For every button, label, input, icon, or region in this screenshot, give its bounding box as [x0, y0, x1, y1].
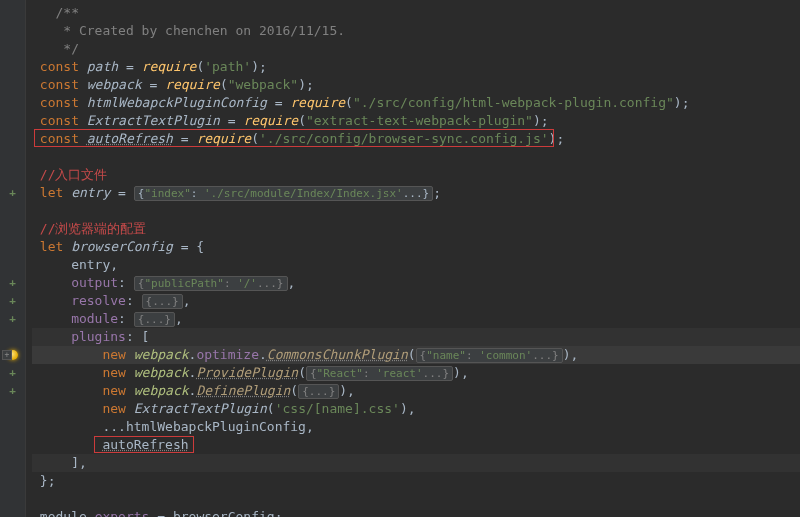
- code-line[interactable]: */: [32, 40, 800, 58]
- code-line[interactable]: const webpack = require("webpack");: [32, 76, 800, 94]
- comment: */: [55, 41, 78, 56]
- identifier: path: [87, 59, 118, 74]
- code-line[interactable]: module: {...},: [32, 310, 800, 328]
- keyword: new: [102, 347, 125, 362]
- code-line[interactable]: let browserConfig = {: [32, 238, 800, 256]
- gutter-row: [0, 94, 25, 112]
- diff-added-icon: +: [9, 364, 16, 382]
- keyword: const: [40, 59, 79, 74]
- code-line[interactable]: resolve: {...},: [32, 292, 800, 310]
- code-area[interactable]: /** * Created by chenchen on 2016/11/15.…: [26, 0, 800, 517]
- property: entry: [71, 257, 110, 272]
- string: 'path': [204, 59, 251, 74]
- op: =: [118, 59, 141, 74]
- identifier: htmlWebapckPluginConfig: [87, 95, 267, 110]
- gutter-row: +: [0, 184, 25, 202]
- property: resolve: [71, 293, 126, 308]
- spread: ...: [102, 419, 125, 434]
- op: =: [267, 95, 290, 110]
- expand-icon[interactable]: +: [2, 350, 12, 360]
- fn-require: require: [196, 131, 251, 146]
- code-line[interactable]: * Created by chenchen on 2016/11/15.: [32, 22, 800, 40]
- folded-region[interactable]: {"index": './src/module/Index/Index.jsx'…: [134, 186, 433, 201]
- code-line[interactable]: let entry = {"index": './src/module/Inde…: [32, 184, 800, 202]
- gutter-row: [0, 418, 25, 436]
- code-line[interactable]: const autoRefresh = require('./src/confi…: [32, 130, 800, 148]
- code-line[interactable]: new ExtractTextPlugin('css/[name].css'),: [32, 400, 800, 418]
- keyword: const: [40, 77, 79, 92]
- code-line[interactable]: const htmlWebapckPluginConfig = require(…: [32, 94, 800, 112]
- bracket: ],: [71, 455, 87, 470]
- identifier: browserConfig: [173, 509, 275, 517]
- gutter-row: [0, 76, 25, 94]
- comment: * Created by chenchen on 2016/11/15.: [55, 23, 345, 38]
- identifier: browserConfig: [71, 239, 173, 254]
- comma: ,: [183, 293, 191, 308]
- code-line[interactable]: const ExtractTextPlugin = require("extra…: [32, 112, 800, 130]
- folded-region[interactable]: {"name": 'common'...}: [416, 348, 563, 363]
- diff-added-icon: +: [9, 292, 16, 310]
- identifier: autoRefresh: [102, 437, 188, 452]
- code-line[interactable]: ],: [32, 454, 800, 472]
- string: "./src/config/html-webpack-plugin.config…: [353, 95, 674, 110]
- gutter-row: [0, 22, 25, 40]
- gutter-row: [0, 112, 25, 130]
- semi: ;: [259, 59, 267, 74]
- code-line[interactable]: /**: [32, 4, 800, 22]
- member: optimize: [196, 347, 259, 362]
- gutter-row: [0, 508, 25, 517]
- member: exports: [95, 509, 150, 517]
- code-line[interactable]: [32, 202, 800, 220]
- op: =: [149, 509, 172, 517]
- code-line[interactable]: plugins: [: [32, 328, 800, 346]
- class: ProvidePlugin: [196, 365, 298, 380]
- keyword: new: [102, 383, 125, 398]
- brace: };: [40, 473, 56, 488]
- code-line[interactable]: autoRefresh: [32, 436, 800, 454]
- code-line[interactable]: [32, 148, 800, 166]
- gutter-row: [0, 256, 25, 274]
- identifier: module: [40, 509, 87, 517]
- keyword: new: [102, 365, 125, 380]
- code-line[interactable]: //浏览器端的配置: [32, 220, 800, 238]
- obj: webpack: [134, 347, 189, 362]
- property: plugins: [71, 329, 126, 344]
- identifier: entry: [71, 185, 110, 200]
- keyword: const: [40, 113, 79, 128]
- diff-added-icon: +: [9, 310, 16, 328]
- comma: ,: [288, 275, 296, 290]
- folded-region[interactable]: {...}: [134, 312, 175, 327]
- code-line[interactable]: entry,: [32, 256, 800, 274]
- folded-region[interactable]: {...}: [298, 384, 339, 399]
- class: CommonsChunkPlugin: [267, 347, 408, 362]
- code-line[interactable]: const path = require('path');: [32, 58, 800, 76]
- comment: //入口文件: [40, 167, 108, 182]
- folded-region[interactable]: {...}: [142, 294, 183, 309]
- gutter-row: [0, 58, 25, 76]
- gutter-row[interactable]: +: [0, 346, 25, 364]
- folded-region[interactable]: {"React": 'react'...}: [306, 366, 453, 381]
- code-line[interactable]: output: {"publicPath": '/'...},: [32, 274, 800, 292]
- gutter-row: [0, 400, 25, 418]
- comma: ,: [110, 257, 118, 272]
- diff-added-icon: +: [9, 274, 16, 292]
- property: output: [71, 275, 118, 290]
- gutter-row: [0, 490, 25, 508]
- diff-added-icon: +: [9, 382, 16, 400]
- gutter-row: +: [0, 382, 25, 400]
- code-line[interactable]: [32, 490, 800, 508]
- gutter-row: [0, 472, 25, 490]
- code-line[interactable]: new webpack.DefinePlugin({...}),: [32, 382, 800, 400]
- semi: ;: [433, 185, 441, 200]
- code-line[interactable]: };: [32, 472, 800, 490]
- code-line[interactable]: ...htmlWebapckPluginConfig,: [32, 418, 800, 436]
- code-line[interactable]: new webpack.ProvidePlugin({"React": 'rea…: [32, 364, 800, 382]
- code-line[interactable]: //入口文件: [32, 166, 800, 184]
- semi: ;: [556, 131, 564, 146]
- fn-require: require: [142, 59, 197, 74]
- semi: ;: [275, 509, 283, 517]
- class: ExtractTextPlugin: [134, 401, 267, 416]
- code-line[interactable]: new webpack.optimize.CommonsChunkPlugin(…: [32, 346, 800, 364]
- folded-region[interactable]: {"publicPath": '/'...}: [134, 276, 288, 291]
- code-line[interactable]: module.exports = browserConfig;: [32, 508, 800, 517]
